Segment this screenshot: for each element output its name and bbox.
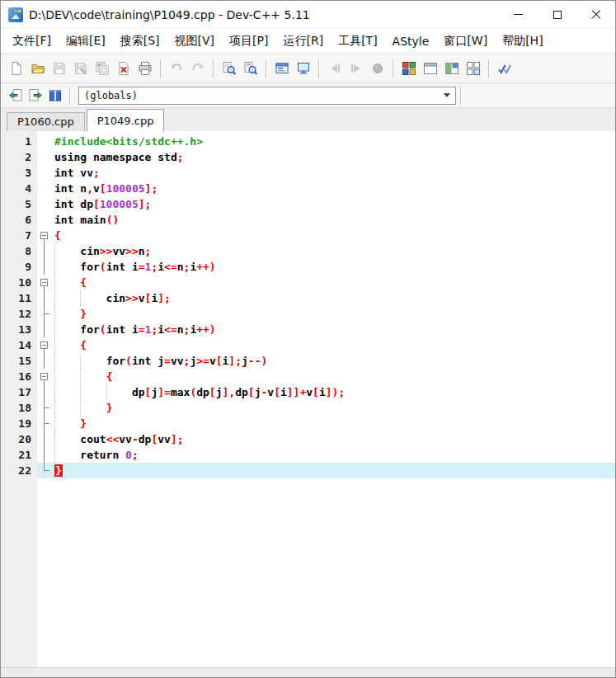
view-window-button[interactable] xyxy=(420,58,441,79)
editor-line-5: 5int dp[100005]; xyxy=(1,196,615,212)
save-button xyxy=(49,58,70,79)
menu-item-4[interactable]: 视图[V] xyxy=(167,31,223,52)
code-editor[interactable]: 1#include<bits/stdc++.h>2using namespace… xyxy=(1,131,615,667)
redo-button xyxy=(187,58,209,79)
editor-line-12: 12 } xyxy=(1,306,615,322)
class-browser-toolbar: (globals) xyxy=(1,83,615,108)
code-line[interactable]: for(int i=1;i<=n;i++) xyxy=(52,322,615,337)
run-button[interactable] xyxy=(293,58,314,79)
replace-icon xyxy=(243,61,258,76)
menu-item-7[interactable]: 工具[T] xyxy=(331,31,384,52)
fold-margin xyxy=(37,243,52,259)
forward-icon xyxy=(349,61,364,76)
toolbar-separator xyxy=(318,59,320,78)
close-button[interactable] xyxy=(576,1,615,28)
class-browser-combo[interactable]: (globals) xyxy=(78,87,456,105)
code-line[interactable]: cin>>vv>>n; xyxy=(52,243,615,259)
goto-definition-button[interactable] xyxy=(26,86,45,106)
open-file-button[interactable] xyxy=(27,58,49,79)
code-line[interactable]: return 0; xyxy=(52,447,615,463)
code-line[interactable]: cout<<vv-dp[vv]; xyxy=(52,431,615,447)
code-line[interactable]: for(int i=1;i<=n;i++) xyxy=(52,259,615,275)
window-controls xyxy=(499,1,615,28)
tab-p1060-cpp[interactable]: P1060.cpp xyxy=(7,112,85,131)
code-line[interactable]: for(int j=vv;j>=v[i];j--) xyxy=(52,353,615,369)
syntax-check-button[interactable] xyxy=(494,58,515,79)
fold-margin xyxy=(37,447,52,463)
combo-dropdown-button[interactable] xyxy=(439,87,455,104)
view-grid-icon xyxy=(402,61,416,76)
code-line[interactable]: { xyxy=(52,337,615,353)
code-line[interactable]: } xyxy=(52,463,615,478)
code-line[interactable]: cin>>v[i]; xyxy=(52,290,615,306)
menu-item-3[interactable]: 搜索[S] xyxy=(113,31,167,52)
close-file-button[interactable] xyxy=(113,58,134,79)
menu-item-6[interactable]: 运行[R] xyxy=(275,31,331,52)
menu-item-10[interactable]: 帮助[H] xyxy=(495,31,550,52)
fold-toggle-icon[interactable] xyxy=(37,369,52,384)
editor-line-6: 6int main() xyxy=(1,212,615,228)
devcpp-logo-icon xyxy=(8,7,23,22)
view-split-button[interactable] xyxy=(441,58,463,79)
tab-p1049-cpp[interactable]: P1049.cpp xyxy=(87,109,165,131)
editor-line-19: 19 } xyxy=(1,416,615,431)
toolbar-separator xyxy=(213,59,214,78)
code-line[interactable]: using namespace std; xyxy=(52,149,615,165)
toolbar-separator xyxy=(393,59,394,78)
menu-item-1[interactable]: 文件[F] xyxy=(5,31,59,52)
fold-toggle-icon[interactable] xyxy=(37,275,52,290)
view-split-icon xyxy=(444,61,459,76)
code-line[interactable]: int main() xyxy=(52,212,615,228)
minimize-button[interactable] xyxy=(499,1,538,28)
editor-line-18: 18 } xyxy=(1,400,615,416)
line-number: 2 xyxy=(1,149,37,165)
fold-toggle-icon[interactable] xyxy=(37,337,52,353)
line-number: 11 xyxy=(1,290,37,306)
view-grid-button[interactable] xyxy=(398,58,420,79)
goto-declaration-button[interactable] xyxy=(6,86,26,106)
menu-item-5[interactable]: 项目[P] xyxy=(222,31,275,52)
class-browser-icon xyxy=(48,88,63,103)
undo-button xyxy=(166,58,187,79)
line-number: 14 xyxy=(1,337,37,353)
fold-margin xyxy=(37,290,52,306)
maximize-button[interactable] xyxy=(538,1,576,28)
replace-button[interactable] xyxy=(240,58,261,79)
fold-toggle-icon[interactable] xyxy=(37,228,52,243)
menu-item-9[interactable]: 窗口[W] xyxy=(436,31,495,52)
code-line[interactable]: { xyxy=(52,369,615,384)
maximize-icon xyxy=(553,11,562,19)
fold-margin xyxy=(37,322,52,337)
forward-button xyxy=(346,58,367,79)
code-line[interactable]: int vv; xyxy=(52,165,615,181)
code-line[interactable]: } xyxy=(52,416,615,431)
new-source-button[interactable] xyxy=(6,58,27,79)
print-button[interactable] xyxy=(134,58,156,79)
code-line[interactable]: #include<bits/stdc++.h> xyxy=(52,134,615,149)
editor-line-17: 17 dp[j]=max(dp[j],dp[j-v[i]]+v[i]); xyxy=(1,384,615,400)
abort-compile-button xyxy=(367,58,388,79)
line-number: 15 xyxy=(1,353,37,369)
code-line[interactable]: int n,v[100005]; xyxy=(52,181,615,196)
menu-item-8[interactable]: AStyle xyxy=(385,31,437,51)
line-number: 8 xyxy=(1,243,37,259)
toolbar-group-4 xyxy=(271,58,314,79)
code-line[interactable]: } xyxy=(52,400,615,416)
fold-margin xyxy=(37,149,52,165)
code-line[interactable]: int dp[100005]; xyxy=(52,196,615,212)
code-line[interactable]: } xyxy=(52,306,615,322)
view-window-icon xyxy=(423,61,438,76)
fold-margin xyxy=(37,181,52,196)
editor-line-10: 10 { xyxy=(1,275,615,290)
code-line[interactable]: { xyxy=(52,275,615,290)
line-number: 19 xyxy=(1,416,37,431)
save-as-icon xyxy=(73,61,88,76)
compile-button[interactable] xyxy=(271,58,293,79)
menu-item-2[interactable]: 编辑[E] xyxy=(59,31,113,52)
class-browser-button[interactable] xyxy=(45,86,65,106)
close-file-icon xyxy=(116,61,131,76)
view-tiles-button[interactable] xyxy=(463,58,484,79)
find-button[interactable] xyxy=(219,58,240,79)
code-line[interactable]: dp[j]=max(dp[j],dp[j-v[i]]+v[i]); xyxy=(52,384,615,400)
code-line[interactable]: { xyxy=(52,228,615,243)
